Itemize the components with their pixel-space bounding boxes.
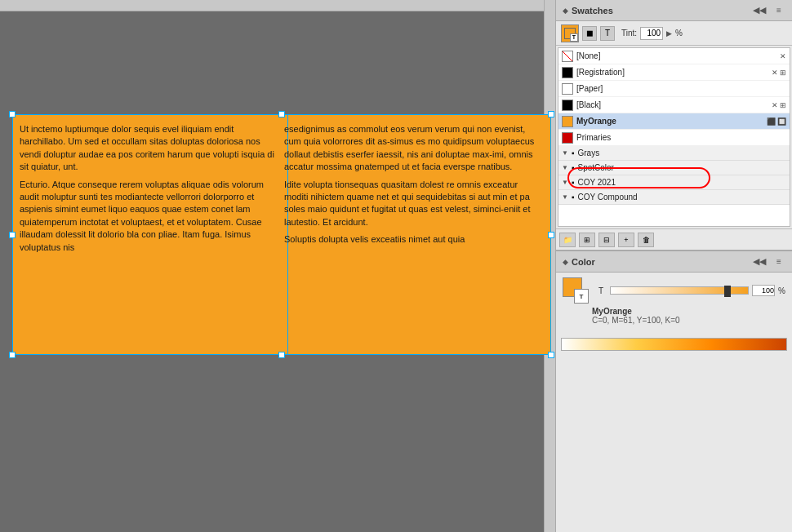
color-panel-body: T T % MyOrange C=0, M=61, Y=100, K=0 xyxy=(556,273,792,330)
swatches-panel: ◆ Swatches ◀◀ ≡ T ◼ T Tint: 100 ▶ % xyxy=(556,0,792,250)
color-panel-collapse-icon[interactable]: ◀◀ xyxy=(751,256,768,267)
fill-type-button[interactable]: ◼ xyxy=(582,26,597,41)
swatch-icon-2: ⊞ xyxy=(780,69,786,77)
group-spotcolor-name: SpotColor xyxy=(577,163,613,172)
tint-arrow-button[interactable]: ▶ xyxy=(666,29,672,38)
right-panel: ◆ Swatches ◀◀ ≡ T ◼ T Tint: 100 ▶ % xyxy=(555,0,792,532)
tint-label: Tint: xyxy=(621,29,637,38)
swatch-color-paper xyxy=(562,83,573,95)
swatch-name-none: [None] xyxy=(576,51,776,60)
group-grays-arrow: ▼ xyxy=(562,149,568,157)
swatch-myorange-icon2: 🔲 xyxy=(777,117,786,126)
swatch-icons-myorange: ⬛ 🔲 xyxy=(767,117,786,126)
text-frame[interactable]: Ut inctemo luptiumque dolor sequis evel … xyxy=(12,114,551,355)
swatches-panel-header: ◆ Swatches ◀◀ ≡ xyxy=(556,0,792,21)
color-panel-menu-button[interactable]: ≡ xyxy=(772,255,785,268)
color-name-display: MyOrange xyxy=(563,307,785,316)
handle-bottom-middle[interactable] xyxy=(278,352,285,358)
group-spotcolor-folder: ▪ xyxy=(572,163,575,172)
swatch-list: [None] ✕ [Registration] ✕ ⊞ [Paper] xyxy=(558,47,790,227)
canvas-area: Ut inctemo luptiumque dolor sequis evel … xyxy=(0,0,555,532)
color-slider-row: T % xyxy=(598,285,785,296)
new-color-group-button[interactable]: 📁 xyxy=(559,233,576,247)
panel-header-left: ◆ Swatches xyxy=(563,6,613,16)
handle-bottom-right[interactable] xyxy=(548,352,554,358)
new-mixed-ink-button[interactable]: ⊞ xyxy=(579,233,595,247)
swatch-icon-1: ✕ xyxy=(772,69,778,77)
group-spotcolor-arrow: ▼ xyxy=(562,164,568,171)
color-panel-title: Color xyxy=(572,257,595,267)
swatch-icons-registration: ✕ ⊞ xyxy=(772,69,786,77)
handle-middle-right[interactable] xyxy=(548,232,554,238)
swatch-color-black xyxy=(562,100,573,111)
delete-swatch-button[interactable]: 🗑 xyxy=(638,233,654,247)
color-header-left: ◆ Color xyxy=(563,257,595,267)
color-panel: ◆ Color ◀◀ ≡ T T xyxy=(556,250,792,532)
new-mixed-ink-group-button[interactable]: ⊟ xyxy=(598,233,615,247)
text-columns: Ut inctemo luptiumque dolor sequis evel … xyxy=(13,115,550,354)
color-stroke-preview[interactable]: T xyxy=(574,289,589,304)
handle-top-middle[interactable] xyxy=(278,111,285,117)
swatch-group-grays[interactable]: ▼ ▪ Grays xyxy=(558,146,790,161)
swatch-item-registration[interactable]: [Registration] ✕ ⊞ xyxy=(558,64,790,81)
swatch-delete-icon: ✕ xyxy=(780,52,786,60)
swatch-group-spotcolor[interactable]: ▼ ▪ SpotColor xyxy=(558,161,790,175)
group-coy2021-folder: ▪ xyxy=(572,178,575,187)
swatch-group-coy2021[interactable]: ▼ ▪ COY 2021 xyxy=(558,175,790,190)
swatch-toolbar: T ◼ T Tint: 100 ▶ % xyxy=(556,21,792,46)
diamond-icon: ◆ xyxy=(563,7,568,15)
new-swatch-button[interactable]: + xyxy=(618,233,634,247)
swatch-icons-none: ✕ xyxy=(780,52,786,60)
tint-value-input[interactable]: 100 xyxy=(640,27,663,40)
handle-bottom-left[interactable] xyxy=(9,352,16,358)
swatch-color-primaries xyxy=(562,132,573,144)
swatch-item-myorange[interactable]: MyOrange ⬛ 🔲 xyxy=(558,113,790,130)
handle-top-left[interactable] xyxy=(9,111,16,117)
swatch-name-black: [Black] xyxy=(576,100,768,109)
panel-collapse-icon[interactable]: ◀◀ xyxy=(751,5,768,16)
color-formula-display: C=0, M=61, Y=100, K=0 xyxy=(563,316,785,325)
swatch-color-registration xyxy=(562,67,573,78)
swatch-item-paper[interactable]: [Paper] xyxy=(558,81,790,97)
panel-menu-button[interactable]: ≡ xyxy=(772,4,785,17)
handle-top-right[interactable] xyxy=(548,111,554,117)
color-tint-pct: % xyxy=(778,286,785,295)
stroke-type-button[interactable]: T xyxy=(600,26,615,41)
color-slider-thumb xyxy=(724,286,731,297)
color-gradient-bar[interactable] xyxy=(561,338,787,351)
horizontal-ruler xyxy=(0,0,555,11)
color-tint-slider[interactable] xyxy=(610,286,749,295)
swatch-fill-preview[interactable]: T xyxy=(561,24,579,42)
swatch-black-icon1: ✕ xyxy=(772,101,778,109)
group-coycompound-arrow: ▼ xyxy=(562,193,568,201)
swatch-group-coycompound[interactable]: ▼ ▪ COY Compound xyxy=(558,190,790,205)
handle-middle-left[interactable] xyxy=(9,232,16,238)
swatches-panel-title: Swatches xyxy=(572,6,613,16)
group-coycompound-name: COY Compound xyxy=(577,193,637,202)
swatch-item-primaries[interactable]: Primaries xyxy=(558,130,790,146)
group-coy2021-arrow: ▼ xyxy=(562,179,568,186)
swatch-black-icon2: ⊞ xyxy=(780,101,786,109)
swatch-bottom-bar: 📁 ⊞ ⊟ + 🗑 xyxy=(556,228,792,250)
color-tint-input[interactable] xyxy=(752,285,775,296)
swatch-item-black[interactable]: [Black] ✕ ⊞ xyxy=(558,97,790,113)
swatch-icons-black: ✕ ⊞ xyxy=(772,101,786,109)
swatch-color-none xyxy=(562,51,573,62)
swatch-name-paper: [Paper] xyxy=(576,84,786,93)
swatch-color-myorange xyxy=(562,116,573,127)
text-frame-wrapper[interactable]: Ut inctemo luptiumque dolor sequis evel … xyxy=(12,114,551,355)
swatch-name-myorange: MyOrange xyxy=(576,117,763,126)
color-diamond-icon: ◆ xyxy=(563,258,568,266)
swatch-myorange-icon1: ⬛ xyxy=(767,117,776,126)
tint-percent-label: % xyxy=(675,29,683,38)
color-preview-row: T T % xyxy=(563,277,785,304)
swatch-name-primaries: Primaries xyxy=(576,133,786,142)
color-slider-area: T % xyxy=(598,285,785,296)
swatch-name-registration: [Registration] xyxy=(576,68,768,77)
group-grays-folder: ▪ xyxy=(572,149,575,157)
swatch-item-none[interactable]: [None] ✕ xyxy=(558,48,790,64)
group-coy2021-name: COY 2021 xyxy=(577,178,616,187)
group-grays-name: Grays xyxy=(577,149,599,157)
color-panel-header: ◆ Color ◀◀ ≡ xyxy=(556,251,792,273)
group-coycompound-folder: ▪ xyxy=(572,193,575,202)
